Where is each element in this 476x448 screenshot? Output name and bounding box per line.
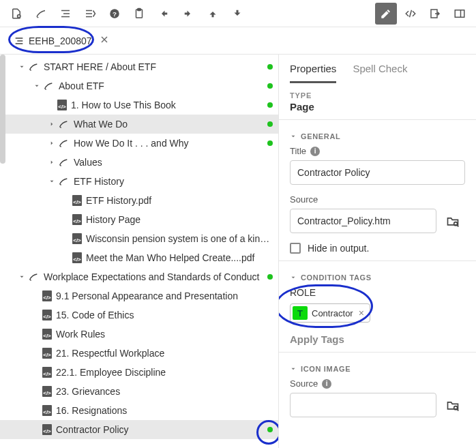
svg-rect-8 (237, 10, 239, 13)
status-dot (267, 64, 273, 70)
info-icon[interactable]: i (310, 147, 320, 156)
chevron-spacer (31, 348, 42, 359)
add-topic-icon[interactable] (5, 3, 27, 25)
chevron-spacer (31, 290, 42, 301)
help-icon[interactable]: ? (104, 3, 125, 25)
icon-source-label: Source (290, 378, 318, 389)
chevron-right-icon[interactable] (46, 119, 57, 130)
section-condition-tags[interactable]: CONDITION TAGS (290, 273, 465, 282)
topic-icon (57, 175, 70, 188)
tab-spellcheck[interactable]: Spell Check (353, 63, 407, 83)
edit-mode-icon[interactable] (375, 3, 397, 25)
chevron-down-icon[interactable] (16, 61, 27, 72)
chevron-right-icon[interactable] (46, 138, 57, 149)
file-icon: </> (72, 195, 82, 206)
arrow-left-icon[interactable] (153, 3, 175, 25)
tree-row[interactable]: What We Do (0, 115, 278, 134)
chevron-down-icon[interactable] (16, 271, 27, 282)
condition-tag[interactable]: T Contractor × (290, 303, 370, 323)
tree-label: 21. Respectful Workplace (56, 348, 273, 359)
tree-row[interactable]: </>Work Rules (0, 325, 278, 344)
browse-icon[interactable] (441, 209, 465, 233)
remove-tag-icon[interactable]: × (357, 308, 366, 318)
close-icon[interactable] (99, 34, 110, 47)
tab-label: EEHB_200807 (29, 35, 92, 46)
apply-tags-button[interactable]: Apply Tags (290, 333, 465, 345)
properties-panel: Properties Spell Check TYPE Page GENERAL… (278, 55, 476, 448)
source-label: Source (290, 194, 318, 205)
file-icon: </> (42, 367, 52, 378)
tree-row[interactable]: Workplace Expectations and Standards of … (0, 267, 278, 286)
chevron-right-icon[interactable] (46, 157, 57, 168)
tree-row[interactable]: Values (0, 153, 278, 172)
tree-row[interactable]: </>Meet the Man Who Helped Create....pdf (0, 248, 278, 267)
outdent-icon[interactable] (79, 3, 101, 25)
tree-row[interactable]: </>ETF History.pdf (0, 191, 278, 210)
tree-row[interactable]: </>23. Grievances (0, 382, 278, 401)
tree-label: 15. Code of Ethics (56, 310, 273, 320)
chevron-down-icon[interactable] (46, 176, 57, 187)
browse-icon[interactable] (441, 393, 465, 417)
tree-label: Meet the Man Who Helped Create....pdf (86, 252, 273, 263)
file-icon: </> (42, 310, 52, 320)
tree-row[interactable]: </>21. Respectful Workplace (0, 344, 278, 363)
tree-row[interactable]: </>Contractor Policy (0, 420, 278, 439)
chevron-spacer (61, 195, 72, 206)
svg-rect-5 (164, 12, 168, 14)
source-input[interactable] (290, 209, 436, 233)
export-icon[interactable] (424, 3, 446, 25)
tree-label: ETF History (74, 176, 273, 187)
scrollbar[interactable] (0, 55, 5, 164)
arrow-right-icon[interactable] (177, 3, 199, 25)
indent-icon[interactable] (55, 3, 76, 25)
tree-row[interactable]: </>15. Code of Ethics (0, 305, 278, 325)
hide-checkbox[interactable] (290, 243, 301, 254)
file-icon: </> (42, 348, 52, 359)
svg-text:?: ? (113, 10, 117, 17)
file-icon: </> (42, 329, 52, 340)
tree-row[interactable]: </>16. Resignations (0, 401, 278, 420)
code-view-icon[interactable] (400, 3, 421, 25)
tree-row[interactable]: ETF History (0, 172, 278, 191)
file-icon: </> (42, 405, 52, 416)
tree-row[interactable]: </>22.1. Employee Discipline (0, 363, 278, 382)
chevron-down-icon[interactable] (31, 80, 42, 91)
chevron-spacer (31, 405, 42, 416)
section-general[interactable]: GENERAL (290, 132, 465, 140)
tab-properties[interactable]: Properties (290, 63, 336, 83)
arrow-up-icon[interactable] (202, 3, 224, 25)
document-tab[interactable]: EEHB_200807 (8, 30, 115, 51)
tree-label: Contractor Policy (56, 424, 265, 435)
tree-label: Work Rules (56, 329, 273, 340)
title-input[interactable] (290, 160, 465, 185)
section-icon-image[interactable]: ICON IMAGE (290, 365, 465, 373)
clipboard-icon[interactable] (128, 3, 150, 25)
info-icon[interactable]: i (322, 379, 331, 389)
title-label: Title (290, 146, 306, 156)
chevron-spacer (61, 252, 72, 263)
panel-icon[interactable] (449, 3, 471, 25)
toolbar: ? (0, 0, 476, 27)
chevron-spacer (46, 100, 57, 110)
tree-row[interactable]: </>1. How to Use This Book (0, 95, 278, 115)
svg-rect-4 (138, 8, 141, 10)
tree-label: 23. Grievances (56, 386, 273, 397)
tree-label: 22.1. Employee Discipline (56, 367, 273, 378)
chevron-spacer (61, 233, 72, 244)
file-icon: </> (42, 424, 52, 435)
tree-row[interactable]: </>History Page (0, 210, 278, 229)
topic-icon (57, 118, 70, 130)
chevron-spacer (31, 367, 42, 378)
tree-row[interactable]: </>Wisconsin pension system is one of a … (0, 229, 278, 248)
tree-row[interactable]: START HERE / About ETF (0, 57, 278, 76)
icon-source-input[interactable] (290, 393, 436, 417)
tree-row[interactable]: How We Do It . . . and Why (0, 134, 278, 153)
tree-panel: START HERE / About ETFAbout ETF</>1. How… (0, 55, 278, 448)
topic-icon (57, 137, 70, 149)
delete-icon[interactable] (30, 3, 52, 25)
tree-label: START HERE / About ETF (44, 61, 265, 72)
tree-row[interactable]: </>9.1 Personal Appearance and Presentat… (0, 286, 278, 305)
arrow-down-icon[interactable] (226, 3, 248, 25)
tree-row[interactable]: About ETF (0, 76, 278, 95)
file-icon: </> (72, 233, 82, 244)
